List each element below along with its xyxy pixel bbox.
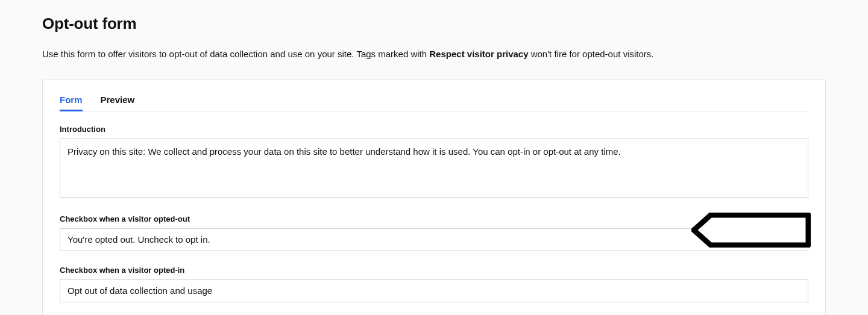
opted-out-label: Checkbox when a visitor opted-out: [60, 214, 808, 223]
opted-out-input[interactable]: [60, 228, 808, 251]
introduction-input[interactable]: [60, 139, 808, 198]
tab-preview[interactable]: Preview: [101, 91, 135, 111]
page-description: Use this form to offer visitors to opt-o…: [42, 48, 826, 61]
page-title: Opt-out form: [42, 14, 826, 33]
page-desc-text-after: won't fire for opted-out visitors.: [529, 49, 654, 59]
page-desc-text-before: Use this form to offer visitors to opt-o…: [42, 49, 429, 59]
opted-in-input[interactable]: [60, 279, 808, 302]
field-opted-out: Checkbox when a visitor opted-out: [60, 214, 808, 251]
tabs: Form Preview: [60, 91, 808, 111]
field-opted-in: Checkbox when a visitor opted-in: [60, 266, 808, 302]
page-container: Opt-out form Use this form to offer visi…: [0, 0, 868, 315]
field-introduction: Introduction: [60, 125, 808, 200]
introduction-label: Introduction: [60, 125, 808, 134]
tab-form[interactable]: Form: [60, 91, 83, 111]
opted-in-label: Checkbox when a visitor opted-in: [60, 266, 808, 275]
page-desc-strong: Respect visitor privacy: [429, 49, 528, 59]
form-panel: Form Preview Introduction Checkbox when …: [42, 80, 826, 316]
